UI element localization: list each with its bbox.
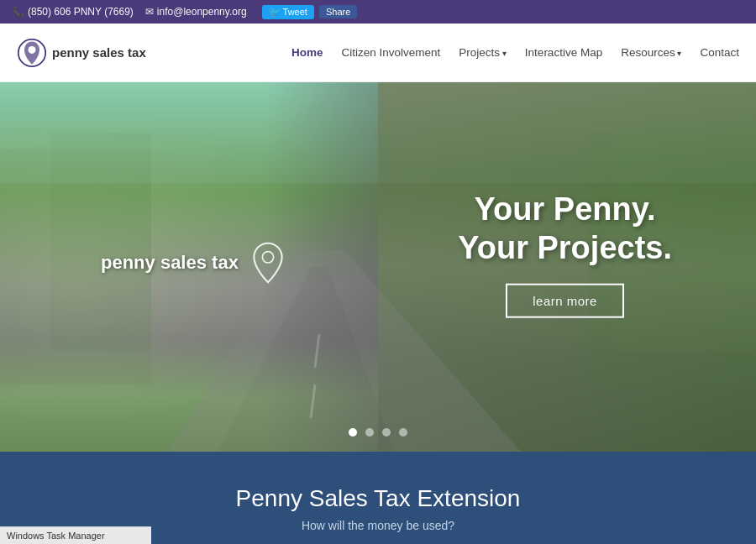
hero-dot-4[interactable] [399, 428, 407, 437]
nav-home[interactable]: Home [291, 46, 323, 59]
nav-citizen[interactable]: Citizen Involvement [341, 46, 440, 59]
hero-title-line1: Your Penny. [458, 191, 672, 229]
hero-cta-button[interactable]: learn more [506, 284, 624, 318]
logo[interactable]: penny sales tax [17, 38, 146, 68]
nav-map[interactable]: Interactive Map [525, 46, 602, 59]
top-bar: 📞 (850) 606 PNNY (7669) ✉ info@leonpenny… [0, 0, 756, 24]
phone-info: 📞 (850) 606 PNNY (7669) [12, 6, 134, 18]
share-button[interactable]: Share [319, 5, 357, 18]
email-link[interactable]: info@leonpenny.org [157, 6, 247, 18]
svg-rect-10 [0, 82, 756, 183]
nav-links: Home Citizen Involvement Projects Intera… [291, 46, 739, 59]
hero-title-line2: Your Projects. [458, 228, 672, 267]
nav-projects[interactable]: Projects [459, 46, 507, 59]
taskbar-label: Windows Task Manager [7, 531, 105, 541]
hero-dot-3[interactable] [382, 428, 391, 437]
tweet-button[interactable]: 🐦 Tweet [262, 5, 314, 19]
twitter-icon: 🐦 [269, 7, 281, 18]
main-nav: penny sales tax Home Citizen Involvement… [0, 24, 756, 82]
taskbar: Windows Task Manager [0, 526, 151, 544]
svg-point-11 [262, 252, 273, 263]
phone-number: (850) 606 PNNY (7669) [28, 6, 134, 18]
svg-point-1 [29, 45, 36, 53]
hero-logo-pin-icon [247, 242, 289, 284]
hero-logo: penny sales tax [101, 242, 289, 284]
hero-dot-2[interactable] [365, 428, 374, 437]
email-icon: ✉ [145, 6, 154, 18]
hero-section: penny sales tax Your Penny. Your Project… [0, 82, 756, 452]
logo-icon [17, 38, 47, 68]
nav-resources[interactable]: Resources [621, 46, 681, 59]
email-info: ✉ info@leonpenny.org [145, 6, 247, 18]
social-buttons: 🐦 Tweet Share [262, 5, 358, 19]
hero-dots [349, 428, 407, 437]
hero-logo-text: penny sales tax [101, 252, 239, 274]
logo-text: penny sales tax [52, 45, 146, 60]
hero-content: Your Penny. Your Projects. learn more [458, 191, 672, 318]
nav-contact[interactable]: Contact [700, 46, 739, 59]
hero-dot-1[interactable] [349, 428, 357, 437]
phone-icon: 📞 [12, 6, 24, 18]
section-title: Penny Sales Tax Extension [17, 485, 739, 512]
hero-title: Your Penny. Your Projects. [458, 191, 672, 267]
